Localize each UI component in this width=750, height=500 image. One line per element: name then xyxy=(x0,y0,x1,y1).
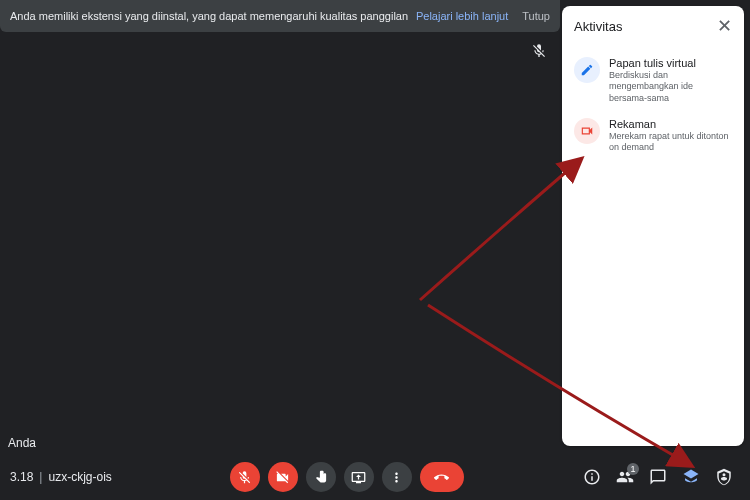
activity-title: Papan tulis virtual xyxy=(609,57,732,69)
whiteboard-icon xyxy=(574,57,600,83)
activity-text: Papan tulis virtual Berdiskusi dan menge… xyxy=(609,57,732,104)
video-area xyxy=(0,32,560,452)
people-icon[interactable]: 1 xyxy=(615,467,635,487)
clock-time: 3.18 xyxy=(10,470,33,484)
activity-desc: Berdiskusi dan mengembangkan ide bersama… xyxy=(609,70,732,104)
call-controls xyxy=(120,462,574,492)
panel-header: Aktivitas ✕ xyxy=(562,6,744,46)
extension-warning-banner: Anda memiliki ekstensi yang diinstal, ya… xyxy=(0,0,560,32)
close-icon[interactable]: ✕ xyxy=(717,17,732,35)
learn-more-link[interactable]: Pelajari lebih lanjut xyxy=(416,10,508,22)
banner-close-button[interactable]: Tutup xyxy=(522,10,550,22)
camera-button[interactable] xyxy=(268,462,298,492)
raise-hand-button[interactable] xyxy=(306,462,336,492)
separator: | xyxy=(39,470,42,484)
more-options-button[interactable] xyxy=(382,462,412,492)
activity-text: Rekaman Merekam rapat untuk ditonton on … xyxy=(609,118,732,154)
activities-panel: Aktivitas ✕ Papan tulis virtual Berdisku… xyxy=(562,6,744,446)
panel-title: Aktivitas xyxy=(574,19,622,34)
chat-icon[interactable] xyxy=(648,467,668,487)
participant-muted-icon xyxy=(528,40,550,62)
activity-desc: Merekam rapat untuk ditonton on demand xyxy=(609,131,732,154)
activity-title: Rekaman xyxy=(609,118,732,130)
activities-list: Papan tulis virtual Berdiskusi dan menge… xyxy=(562,46,744,164)
recording-icon xyxy=(574,118,600,144)
self-video-label: Anda xyxy=(8,436,36,450)
host-controls-icon[interactable] xyxy=(714,467,734,487)
right-controls: 1 xyxy=(582,467,740,487)
participants-count-badge: 1 xyxy=(627,463,639,475)
info-icon[interactable] xyxy=(582,467,602,487)
activity-recording[interactable]: Rekaman Merekam rapat untuk ditonton on … xyxy=(572,111,734,161)
meeting-info: 3.18 | uzx-ckjg-ois xyxy=(10,470,112,484)
banner-message: Anda memiliki ekstensi yang diinstal, ya… xyxy=(10,10,408,22)
present-button[interactable] xyxy=(344,462,374,492)
meeting-code: uzx-ckjg-ois xyxy=(48,470,111,484)
bottom-bar: 3.18 | uzx-ckjg-ois 1 xyxy=(0,454,750,500)
activity-whiteboard[interactable]: Papan tulis virtual Berdiskusi dan menge… xyxy=(572,50,734,111)
hangup-button[interactable] xyxy=(420,462,464,492)
activities-icon[interactable] xyxy=(681,467,701,487)
mic-button[interactable] xyxy=(230,462,260,492)
